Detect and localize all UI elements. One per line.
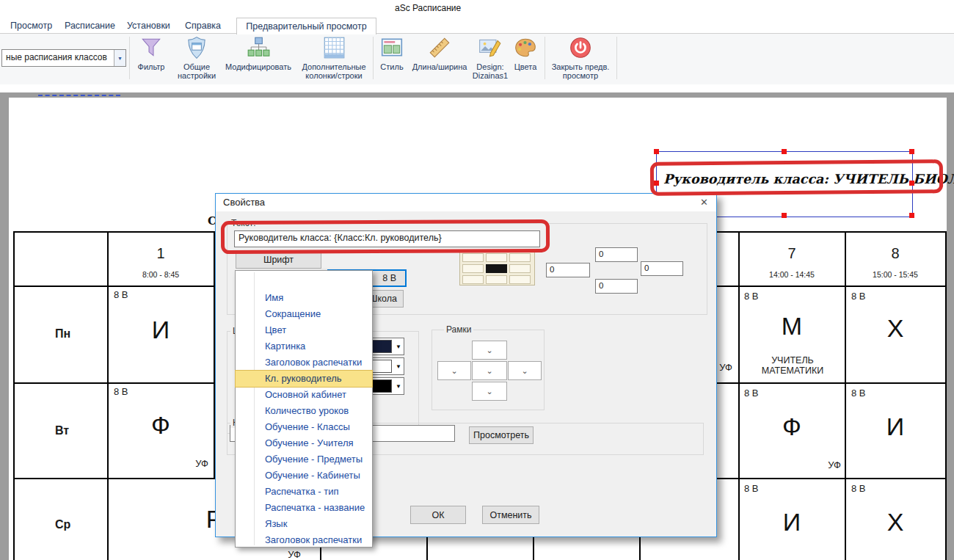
resize-handle[interactable] bbox=[782, 149, 787, 154]
field-dropdown-menu: Имя Сокращение Цвет Картинка Заголовок р… bbox=[235, 270, 373, 548]
cell-subject: Х bbox=[845, 508, 945, 537]
ok-button[interactable]: ОК bbox=[410, 506, 466, 524]
org-chart-icon bbox=[246, 35, 271, 60]
extra-columns-rows-button[interactable]: Дополнительные колонки/строки bbox=[295, 35, 373, 80]
menu-item-teaching-classrooms[interactable]: Обучение - Кабинеты bbox=[236, 468, 372, 484]
menu-item-name[interactable]: Имя bbox=[236, 290, 372, 306]
chevron-down-icon[interactable]: ▼ bbox=[393, 378, 404, 394]
tab-preview-active[interactable]: Предварительный просмотр bbox=[236, 18, 376, 34]
browse-button[interactable]: Просмотреть bbox=[469, 426, 534, 444]
length-width-button[interactable]: Длина/ширина bbox=[407, 35, 472, 71]
frame-center-combo[interactable]: ⌄ bbox=[472, 361, 507, 380]
align-top-center[interactable] bbox=[486, 253, 507, 262]
menu-item-teaching-subjects[interactable]: Обучение - Предметы bbox=[236, 451, 372, 468]
cell-teacher: УФ bbox=[242, 549, 301, 560]
tab-spravka[interactable]: Справка bbox=[182, 18, 224, 34]
cell-class: 8 В bbox=[744, 388, 759, 399]
cell-subject: Х bbox=[845, 314, 945, 343]
menu-item-teaching-classes[interactable]: Обучение - Классы bbox=[236, 419, 372, 435]
align-bottom-left[interactable] bbox=[462, 275, 484, 284]
alignment-grid bbox=[459, 250, 535, 286]
period-1-time: 8:00 - 8:45 bbox=[108, 270, 214, 279]
resize-handle[interactable] bbox=[909, 213, 914, 218]
modify-button-label: Модифицировать bbox=[221, 62, 296, 71]
general-settings-label: Общие настройки bbox=[174, 62, 219, 80]
cell-subject: Ф bbox=[739, 412, 845, 441]
menu-item-picture[interactable]: Картинка bbox=[236, 338, 372, 354]
menu-item-home-classroom[interactable]: Основной кабинет bbox=[236, 387, 372, 403]
cell-subject: Ф bbox=[108, 411, 214, 440]
colors-button-label: Цвета bbox=[509, 62, 542, 71]
tab-raspisanie[interactable]: Расписание bbox=[62, 18, 118, 34]
scope-combo[interactable]: ные расписания классов ▼ bbox=[1, 49, 126, 67]
length-width-label: Длина/ширина bbox=[407, 62, 472, 71]
shield-settings-icon bbox=[184, 35, 209, 60]
align-middle-left[interactable] bbox=[462, 264, 484, 273]
red-highlight-marker-input bbox=[221, 219, 550, 254]
align-bottom-center[interactable] bbox=[486, 275, 507, 284]
cell-teacher: УФ bbox=[793, 459, 841, 470]
resize-handle[interactable] bbox=[909, 149, 914, 154]
tab-prosmotr[interactable]: Просмотр bbox=[7, 18, 55, 34]
menu-item-abbreviation[interactable]: Сокращение bbox=[236, 306, 372, 322]
table-grid-icon bbox=[321, 35, 346, 60]
menu-item-language[interactable]: Язык bbox=[236, 516, 372, 532]
power-close-icon bbox=[568, 35, 593, 60]
chevron-down-icon[interactable]: ▼ bbox=[393, 338, 404, 354]
general-settings-button[interactable]: Общие настройки bbox=[174, 35, 219, 80]
cancel-button[interactable]: Отменить bbox=[482, 506, 539, 524]
style-button[interactable]: Стиль bbox=[376, 35, 408, 71]
margin-right-field[interactable]: 0 bbox=[641, 261, 683, 276]
cell-teacher: УЧИТЕЛЬ МАТЕМАТИКИ bbox=[752, 355, 833, 376]
chevron-down-icon[interactable]: ▼ bbox=[114, 50, 125, 66]
margin-left-field[interactable]: 0 bbox=[546, 263, 590, 277]
cell-subject: И bbox=[739, 508, 845, 537]
cell-class: 8 В bbox=[744, 291, 759, 302]
period-7-number: 7 bbox=[739, 245, 845, 262]
filter-button[interactable]: Фильтр bbox=[131, 35, 172, 71]
dialog-title-bar[interactable]: Свойства ✕ bbox=[216, 194, 716, 211]
dashed-placeholder[interactable] bbox=[38, 95, 120, 96]
toolbar-separator bbox=[373, 37, 374, 79]
frame-right-combo[interactable]: ⌄ bbox=[508, 361, 542, 380]
menu-item-printout-type[interactable]: Распечатка - тип bbox=[236, 484, 372, 500]
cell-class: 8 В bbox=[744, 483, 759, 494]
colors-button[interactable]: Цвета bbox=[509, 35, 542, 71]
close-icon[interactable]: ✕ bbox=[700, 197, 708, 208]
toolbar-separator bbox=[545, 37, 545, 79]
period-8-time: 15:00 - 15:45 bbox=[845, 270, 945, 279]
chevron-down-icon[interactable]: ▼ bbox=[393, 358, 404, 374]
frame-left-combo[interactable]: ⌄ bbox=[437, 361, 471, 380]
cell-subject: И bbox=[108, 316, 214, 344]
cell-class: 8 В bbox=[114, 289, 128, 300]
resize-handle[interactable] bbox=[654, 149, 659, 154]
cell-subject: М bbox=[739, 312, 845, 341]
margin-top-field[interactable]: 0 bbox=[595, 247, 638, 262]
frame-top-combo[interactable]: ⌄ bbox=[472, 341, 507, 360]
menu-item-printout-header-2[interactable]: Заголовок распечатки bbox=[236, 532, 372, 548]
scope-combo-value: ные расписания классов bbox=[6, 50, 114, 65]
extra-columns-rows-label: Дополнительные колонки/строки bbox=[295, 62, 373, 80]
close-preview-button[interactable]: Закрыть предв. просмотр bbox=[547, 35, 614, 80]
menu-item-printout-name[interactable]: Распечатка - название bbox=[236, 500, 372, 516]
align-middle-right[interactable] bbox=[509, 264, 531, 273]
align-middle-center-selected[interactable] bbox=[486, 264, 507, 273]
align-top-left[interactable] bbox=[462, 253, 484, 262]
cell-class: 8 В bbox=[851, 483, 866, 494]
design-button[interactable]: Design: Dizainas1 bbox=[467, 35, 513, 80]
menu-item-teaching-teachers[interactable]: Обучение - Учителя bbox=[236, 435, 372, 451]
modify-button[interactable]: Модифицировать bbox=[221, 35, 296, 71]
menu-item-printout-header[interactable]: Заголовок распечатки bbox=[236, 354, 372, 371]
ribbon-bottom-strip bbox=[0, 84, 954, 92]
menu-item-class-teacher-selected[interactable]: Кл. руководитель bbox=[236, 371, 372, 387]
tab-ustanovki[interactable]: Установки bbox=[124, 18, 173, 34]
align-top-right[interactable] bbox=[509, 253, 531, 262]
menu-item-color[interactable]: Цвет bbox=[236, 322, 372, 338]
margin-bottom-field[interactable]: 0 bbox=[595, 279, 638, 294]
red-highlight-marker-text bbox=[650, 159, 943, 195]
menu-item-lesson-count[interactable]: Количество уроков bbox=[236, 403, 372, 419]
frame-bottom-combo[interactable]: ⌄ bbox=[472, 382, 507, 401]
align-bottom-right[interactable] bbox=[509, 275, 531, 284]
resize-handle[interactable] bbox=[782, 213, 787, 218]
style-button-label: Стиль bbox=[376, 62, 408, 71]
